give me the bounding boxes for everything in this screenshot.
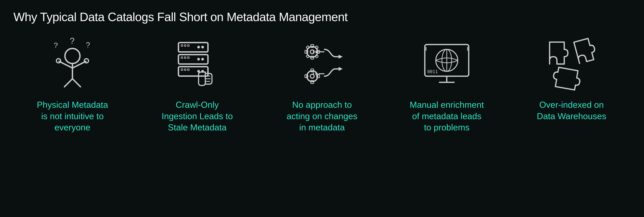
svg-rect-26 xyxy=(181,69,183,71)
svg-text:?: ? xyxy=(70,37,74,46)
svg-point-12 xyxy=(201,46,204,48)
card-5-label: Over-indexed on Data Warehouses xyxy=(537,99,606,122)
svg-rect-15 xyxy=(184,45,186,46)
svg-line-6 xyxy=(72,61,86,68)
page-title: Why Typical Data Catalogs Fall Short on … xyxy=(14,10,630,24)
svg-point-18 xyxy=(201,58,204,60)
card-crawl-only: Crawl-Only Ingestion Leads to Stale Meta… xyxy=(138,37,256,133)
card-over-indexed: Over-indexed on Data Warehouses xyxy=(512,37,630,122)
svg-rect-21 xyxy=(184,57,186,58)
svg-rect-41 xyxy=(315,54,318,58)
card-4-label: Manual enrichment of metadata leads to p… xyxy=(410,99,484,133)
svg-text:0011: 0011 xyxy=(427,69,438,74)
puzzle-pieces-icon xyxy=(545,37,598,91)
svg-rect-27 xyxy=(184,69,186,71)
svg-line-10 xyxy=(72,79,80,87)
svg-text:?: ? xyxy=(86,40,90,49)
card-2-label: Crawl-Only Ingestion Leads to Stale Meta… xyxy=(162,99,233,133)
monitor-globe-icon: 0011 xyxy=(420,37,474,91)
confused-person-icon: ? ? ? xyxy=(46,37,99,91)
svg-point-7 xyxy=(56,59,61,63)
svg-rect-20 xyxy=(181,57,183,58)
svg-marker-49 xyxy=(338,67,343,71)
svg-text:?: ? xyxy=(54,41,58,49)
svg-rect-14 xyxy=(181,45,183,46)
svg-marker-48 xyxy=(338,55,343,59)
svg-rect-16 xyxy=(188,45,189,46)
svg-point-19 xyxy=(197,58,200,60)
svg-rect-28 xyxy=(188,69,189,71)
svg-line-5 xyxy=(59,61,72,68)
card-1-label: Physical Metadata is not intuitive to ev… xyxy=(37,99,108,133)
card-manual-enrichment: 0011 Manual enrichment of metadata leads… xyxy=(388,37,506,133)
server-thumbsdown-icon xyxy=(170,37,224,91)
cards-container: ? ? ? Physical Metadata is not intuitive… xyxy=(14,37,630,207)
svg-point-42 xyxy=(307,71,318,82)
svg-point-8 xyxy=(84,59,88,63)
svg-rect-39 xyxy=(315,46,318,49)
svg-point-3 xyxy=(65,48,80,63)
svg-rect-40 xyxy=(306,54,310,58)
card-3-label: No approach to acting on changes in meta… xyxy=(286,99,358,133)
card-physical-metadata: ? ? ? Physical Metadata is not intuitive… xyxy=(14,37,132,133)
svg-point-13 xyxy=(197,46,200,48)
card-no-approach: No approach to acting on changes in meta… xyxy=(263,37,381,133)
gears-shuffle-icon xyxy=(295,37,349,91)
svg-line-9 xyxy=(64,79,72,87)
svg-rect-38 xyxy=(306,46,310,49)
svg-rect-22 xyxy=(188,57,189,58)
